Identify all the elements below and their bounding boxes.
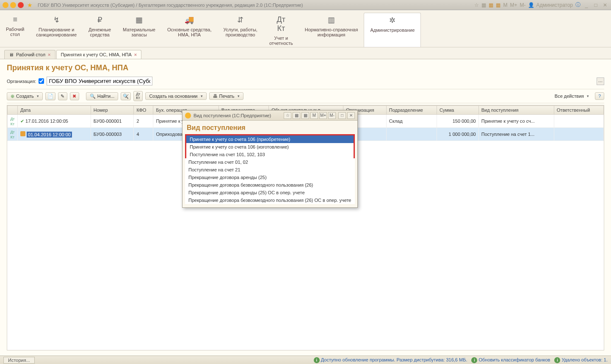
section-icon: ▥ — [305, 15, 358, 25]
popup-maximize-icon[interactable]: □ — [338, 112, 346, 119]
org-label: Организация: — [7, 79, 36, 84]
popup-item[interactable]: Принятие к учету со счета 106 (приобрете… — [186, 135, 354, 143]
popup-tool-button[interactable]: ▦ — [301, 112, 309, 119]
popup-item[interactable]: Прекращение договора аренды (25) — [185, 174, 355, 181]
popup-item[interactable]: Прекращение договора аренды (25) ОС в оп… — [185, 189, 355, 196]
popup-close-icon[interactable]: ✕ — [347, 112, 355, 119]
toolbar-icon[interactable]: ▦ — [489, 2, 493, 8]
user-label[interactable]: 👤 Администратор — [528, 2, 573, 8]
clear-filter-button[interactable]: 🔍̸ — [121, 92, 131, 100]
section-1[interactable]: ↯Планирование исанкционирование — [30, 13, 83, 47]
tab-close-icon[interactable]: × — [134, 52, 137, 57]
nav-back-icon[interactable] — [10, 2, 16, 8]
popup-list-highlighted: Принятие к учету со счета 106 (приобрете… — [185, 134, 355, 160]
section-7[interactable]: ▥Нормативно-справочнаяинформация — [299, 13, 364, 47]
section-6[interactable]: ДтКтУчет иотчетность — [263, 13, 299, 47]
minimize-icon[interactable]: _ — [583, 2, 590, 8]
popup-dialog: Вид поступления (1С:Предприятие) ☆▦▦MM+M… — [182, 110, 358, 208]
tab-close-icon[interactable]: × — [48, 52, 50, 57]
section-2[interactable]: ₽Денежныесредства — [83, 13, 117, 47]
nav-forward-icon[interactable] — [18, 2, 24, 8]
column-header[interactable]: Вид поступления — [478, 106, 554, 115]
toolbar-icon[interactable]: ▦ — [496, 2, 500, 8]
list-toolbar: ⊕Создать 📄 ✎ ✖ 🔍 Найти... 🔍̸ ДтКт Создат… — [7, 89, 604, 103]
window-title: ГОБУ ВПО Университет искусств (Субсидия)… — [38, 3, 473, 8]
org-input[interactable] — [47, 77, 152, 85]
all-actions-button[interactable]: Все действия — [551, 93, 592, 99]
toolbar-icon[interactable]: M+ — [510, 2, 517, 8]
desktop-icon: 🖥 — [9, 52, 14, 57]
document-tabs: 🖥Рабочий стол×Принятия к учету ОС, НМА, … — [0, 47, 611, 59]
section-3[interactable]: ▦Материальныезапасы — [117, 13, 161, 47]
print-button[interactable]: 🖶 Печать — [209, 92, 243, 100]
section-icon: ₽ — [88, 15, 111, 25]
popup-item[interactable]: Принятие к учету со счета 106 (изготовле… — [186, 143, 354, 151]
popup-item[interactable]: Прекращение договора безвозмездного поль… — [185, 196, 355, 204]
org-more-button[interactable]: … — [597, 77, 604, 85]
popup-list-rest: Поступление на счет 01, 02Поступление на… — [185, 158, 355, 204]
close-icon[interactable]: ✕ — [602, 2, 608, 8]
popup-tool-button[interactable]: M — [310, 112, 318, 119]
maximize-icon[interactable]: □ — [592, 2, 599, 8]
section-icon: ⇵ — [224, 15, 257, 25]
row-icon: ДтКт — [10, 130, 14, 139]
dt-kt-button[interactable]: ДтКт — [133, 91, 143, 101]
section-icon: ✲ — [370, 16, 415, 25]
toolbar-icon[interactable]: M — [503, 2, 507, 8]
section-icon: ↯ — [36, 15, 77, 25]
help-button[interactable]: ? — [595, 92, 604, 100]
popup-item[interactable]: Поступление на счет 101, 102, 103 — [186, 151, 354, 158]
row-icon: ДтКт — [10, 117, 14, 126]
column-header[interactable] — [8, 106, 18, 115]
popup-heading: Вид поступления — [182, 121, 357, 134]
create-button[interactable]: ⊕Создать — [7, 92, 43, 100]
popup-tool-button[interactable]: ☆ — [284, 112, 291, 119]
tab-label: Рабочий стол — [16, 52, 45, 57]
column-header[interactable]: Дата — [18, 106, 91, 115]
popup-window-title: Вид поступления (1С:Предприятие) — [194, 113, 281, 118]
column-header[interactable]: Подразделение — [386, 106, 437, 115]
tab-label: Принятия к учету ОС, НМА, НПА — [61, 52, 132, 57]
find-button[interactable]: 🔍 Найти... — [86, 92, 119, 100]
section-0[interactable]: ≡Рабочийстол — [0, 13, 30, 47]
column-header[interactable]: Ответственный — [554, 106, 603, 115]
organization-row: Организация: … — [7, 77, 604, 85]
section-icon: ≡ — [6, 15, 24, 24]
popup-item[interactable]: Поступление на счет 21 — [185, 166, 355, 174]
info-icon[interactable]: ⓘ — [575, 1, 581, 8]
toolbar-icon[interactable]: ▦ — [481, 2, 486, 8]
popup-item[interactable]: Поступление на счет 01, 02 — [185, 158, 355, 166]
column-header[interactable]: Сумма — [437, 106, 478, 115]
column-header[interactable]: Номер — [91, 106, 134, 115]
sections-nav: ≡Рабочийстол↯Планирование исанкционирова… — [0, 10, 611, 47]
popup-tool-button[interactable]: M+ — [319, 112, 327, 119]
section-5[interactable]: ⇵Услуги, работы,производство — [218, 13, 263, 47]
delete-button[interactable]: ✖ — [70, 92, 79, 100]
tab-1[interactable]: Принятия к учету ОС, НМА, НПА× — [56, 50, 142, 59]
section-4[interactable]: 🚚Основные средства,НМА, НПА — [161, 13, 218, 47]
popup-item[interactable]: Прекращение договора безвозмездного поль… — [185, 181, 355, 189]
popup-tool-button[interactable]: M- — [328, 112, 336, 119]
toolbar-icon[interactable]: M- — [520, 2, 525, 8]
popup-app-icon — [185, 113, 191, 119]
toolbar-icon[interactable]: ☆ — [474, 2, 479, 8]
section-icon: 🚚 — [167, 15, 212, 25]
create-based-button[interactable]: Создать на основании — [145, 92, 206, 100]
tab-0[interactable]: 🖥Рабочий стол× — [4, 50, 55, 59]
title-bar: ★ ГОБУ ВПО Университет искусств (Субсиди… — [0, 0, 611, 10]
section-8[interactable]: ✲Администрирование — [364, 13, 421, 47]
app-icon — [3, 2, 8, 8]
column-header[interactable]: КФО — [134, 106, 153, 115]
popup-tool-button[interactable]: ▦ — [293, 112, 300, 119]
section-icon: ▦ — [123, 15, 155, 25]
section-icon: ДтКт — [269, 15, 293, 33]
favorite-icon[interactable]: ★ — [27, 2, 33, 8]
org-checkbox[interactable] — [39, 78, 44, 84]
edit-button[interactable]: ✎ — [58, 92, 67, 100]
page-title: Принятия к учету ОС, НМА, НПА — [7, 63, 604, 72]
popup-titlebar[interactable]: Вид поступления (1С:Предприятие) ☆▦▦MM+M… — [182, 110, 357, 121]
copy-button[interactable]: 📄 — [45, 92, 55, 100]
